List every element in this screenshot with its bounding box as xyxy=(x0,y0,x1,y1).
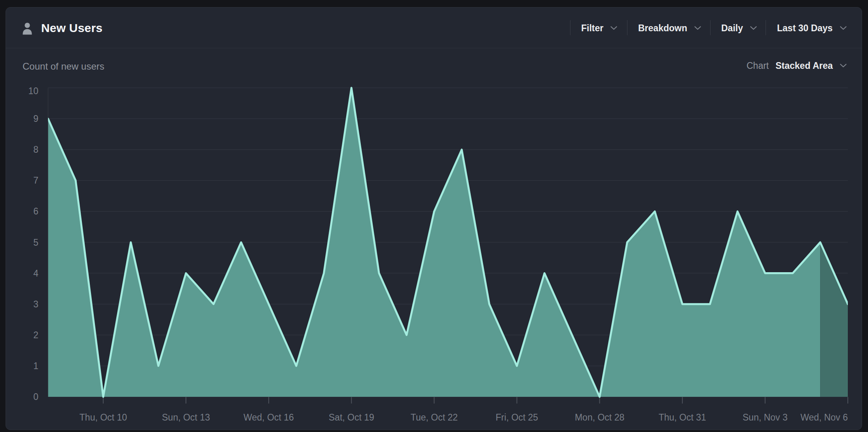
svg-text:3: 3 xyxy=(33,299,38,309)
svg-text:Fri, Oct 25: Fri, Oct 25 xyxy=(496,412,538,423)
svg-text:0: 0 xyxy=(33,392,38,402)
svg-text:4: 4 xyxy=(33,268,38,279)
svg-text:9: 9 xyxy=(33,114,38,124)
svg-text:1: 1 xyxy=(33,361,38,371)
svg-text:5: 5 xyxy=(33,237,38,248)
svg-text:7: 7 xyxy=(33,175,38,186)
svg-text:10: 10 xyxy=(28,86,38,96)
svg-text:Wed, Nov 6: Wed, Nov 6 xyxy=(800,412,848,423)
svg-text:Thu, Oct 10: Thu, Oct 10 xyxy=(80,412,127,423)
svg-text:2: 2 xyxy=(33,330,38,340)
svg-text:Sun, Nov 3: Sun, Nov 3 xyxy=(743,412,788,423)
svg-text:6: 6 xyxy=(33,206,38,216)
svg-text:Tue, Oct 22: Tue, Oct 22 xyxy=(411,412,458,423)
svg-text:Wed, Oct 16: Wed, Oct 16 xyxy=(243,412,294,423)
svg-text:Mon, Oct 28: Mon, Oct 28 xyxy=(575,412,624,423)
svg-text:8: 8 xyxy=(33,144,38,155)
svg-text:Sat, Oct 19: Sat, Oct 19 xyxy=(329,412,374,423)
svg-text:Thu, Oct 31: Thu, Oct 31 xyxy=(659,412,706,423)
svg-text:Sun, Oct 13: Sun, Oct 13 xyxy=(162,412,210,423)
